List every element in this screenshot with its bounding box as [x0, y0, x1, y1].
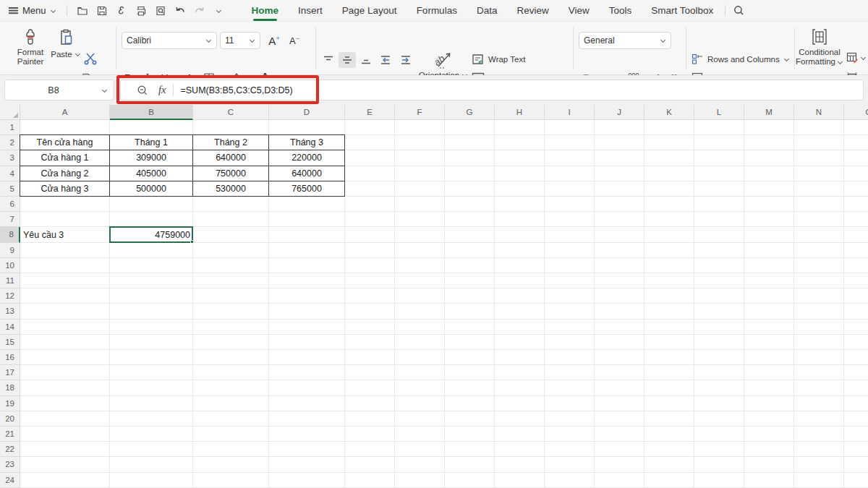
formula-bar[interactable]: fx =SUM(B3:B5,C3:C5,D3:D5): [120, 80, 864, 100]
font-size-combo[interactable]: 11: [220, 32, 260, 49]
cell-C3[interactable]: 640000: [193, 150, 269, 166]
row-header-1[interactable]: 1: [0, 120, 20, 135]
column-header-J[interactable]: J: [595, 105, 644, 120]
cell-D4[interactable]: 640000: [269, 166, 345, 181]
paste-button[interactable]: Paste: [51, 27, 81, 59]
print-preview-button[interactable]: [153, 3, 169, 19]
cell-A4[interactable]: Cửa hàng 2: [20, 166, 110, 181]
row-header-17[interactable]: 17: [0, 365, 20, 380]
column-header-O[interactable]: O: [844, 105, 868, 120]
row-header-8[interactable]: 8: [0, 227, 20, 242]
search-button[interactable]: [733, 4, 745, 17]
redo-button[interactable]: [192, 3, 208, 19]
cell-A5[interactable]: Cửa hàng 3: [20, 181, 110, 197]
insert-function-button[interactable]: fx: [158, 84, 166, 96]
row-header-6[interactable]: 6: [0, 197, 20, 212]
cut-button[interactable]: [81, 51, 100, 67]
format-table-button[interactable]: [846, 52, 867, 64]
font-name-combo[interactable]: Calibri: [122, 32, 217, 49]
print-button[interactable]: [133, 3, 149, 19]
cell-A2[interactable]: Tên cửa hàng: [20, 135, 110, 150]
gridline: [644, 120, 644, 488]
column-header-D[interactable]: D: [269, 105, 345, 120]
column-header-L[interactable]: L: [694, 105, 744, 120]
cell-A3[interactable]: Cửa hàng 1: [20, 150, 110, 166]
zoom-formula-icon[interactable]: [137, 85, 148, 96]
row-header-12[interactable]: 12: [0, 288, 20, 304]
cell-C5[interactable]: 530000: [193, 181, 269, 197]
tab-page-layout[interactable]: Page Layout: [342, 0, 397, 22]
align-middle-button[interactable]: [339, 52, 356, 68]
conditional-formatting-button[interactable]: Conditional Formatting: [797, 27, 842, 67]
decrease-indent-button[interactable]: [376, 52, 395, 68]
column-header-F[interactable]: F: [395, 105, 445, 120]
row-header-20[interactable]: 20: [0, 411, 20, 427]
column-header-G[interactable]: G: [445, 105, 495, 120]
tab-tools[interactable]: Tools: [609, 0, 632, 22]
align-bottom-button[interactable]: [357, 52, 375, 68]
row-header-15[interactable]: 15: [0, 335, 20, 350]
tab-formulas[interactable]: Formulas: [417, 0, 457, 22]
format-painter-button[interactable]: Format Painter: [12, 27, 49, 67]
tab-data[interactable]: Data: [477, 0, 498, 22]
row-header-14[interactable]: 14: [0, 320, 20, 335]
row-header-19[interactable]: 19: [0, 396, 20, 411]
shrink-font-button[interactable]: A−: [285, 32, 304, 49]
row-header-13[interactable]: 13: [0, 304, 20, 319]
customize-toolbar-button[interactable]: [211, 3, 227, 19]
tab-smart-toolbox[interactable]: Smart Toolbox: [651, 0, 713, 22]
cell-D5[interactable]: 765000: [269, 181, 345, 197]
cell-B2[interactable]: Tháng 1: [110, 135, 193, 150]
column-header-B[interactable]: B: [110, 105, 193, 120]
share-button[interactable]: [114, 3, 129, 19]
save-button[interactable]: [94, 3, 110, 19]
cell-C4[interactable]: 750000: [193, 166, 269, 181]
cell-A8[interactable]: Yêu cầu 3: [20, 227, 110, 242]
formula-text[interactable]: =SUM(B3:B5,C3:C5,D3:D5): [180, 85, 292, 95]
column-header-N[interactable]: N: [794, 105, 844, 120]
rows-columns-button[interactable]: Rows and Columns: [692, 53, 790, 65]
cell-B8[interactable]: 4759000: [110, 227, 193, 242]
menu-button[interactable]: Menu: [0, 0, 62, 22]
tab-review[interactable]: Review: [516, 0, 548, 22]
open-folder-button[interactable]: [75, 3, 90, 19]
cell-D2[interactable]: Tháng 3: [269, 135, 345, 150]
row-header-23[interactable]: 23: [0, 457, 20, 472]
row-header-21[interactable]: 21: [0, 427, 20, 442]
row-header-18[interactable]: 18: [0, 380, 20, 395]
row-header-4[interactable]: 4: [0, 166, 20, 181]
tab-insert[interactable]: Insert: [298, 0, 323, 22]
row-header-9[interactable]: 9: [0, 243, 20, 258]
row-header-7[interactable]: 7: [0, 212, 20, 227]
align-top-button[interactable]: [320, 52, 337, 68]
column-header-K[interactable]: K: [644, 105, 694, 120]
undo-button[interactable]: [172, 3, 188, 19]
row-header-2[interactable]: 2: [0, 135, 20, 150]
column-header-M[interactable]: M: [744, 105, 794, 120]
row-header-3[interactable]: 3: [0, 150, 20, 166]
cell-C2[interactable]: Tháng 2: [193, 135, 269, 150]
select-all-corner[interactable]: [0, 105, 20, 120]
column-header-I[interactable]: I: [545, 105, 595, 120]
column-header-C[interactable]: C: [193, 105, 269, 120]
cell-B3[interactable]: 309000: [110, 150, 193, 166]
row-header-10[interactable]: 10: [0, 258, 20, 273]
cell-B5[interactable]: 500000: [110, 181, 193, 197]
tab-view[interactable]: View: [569, 0, 590, 22]
column-header-E[interactable]: E: [345, 105, 395, 120]
row-header-16[interactable]: 16: [0, 350, 20, 365]
row-header-22[interactable]: 22: [0, 442, 20, 457]
row-header-5[interactable]: 5: [0, 181, 20, 197]
increase-indent-button[interactable]: [396, 52, 415, 68]
cell-B4[interactable]: 405000: [110, 166, 193, 181]
tab-home[interactable]: Home: [252, 0, 279, 22]
grow-font-button[interactable]: A+: [265, 32, 284, 49]
number-format-combo[interactable]: General: [579, 32, 671, 49]
column-header-H[interactable]: H: [495, 105, 545, 120]
row-header-11[interactable]: 11: [0, 273, 20, 288]
name-box[interactable]: B8: [4, 80, 114, 100]
cell-D3[interactable]: 220000: [269, 150, 345, 166]
wrap-text-button[interactable]: Wrap Text: [472, 53, 525, 65]
row-header-24[interactable]: 24: [0, 473, 20, 488]
column-header-A[interactable]: A: [20, 105, 110, 120]
